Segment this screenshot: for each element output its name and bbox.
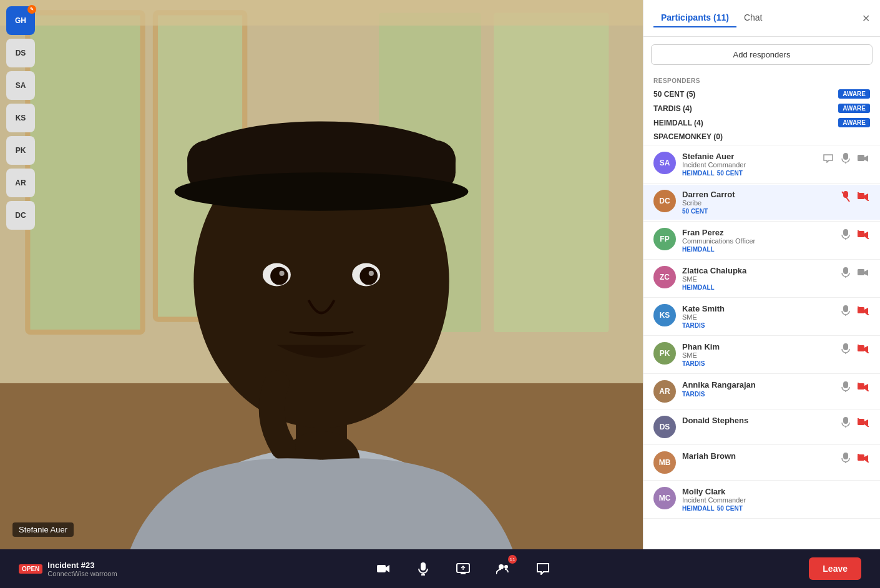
incident-name: Incident #23	[47, 561, 117, 570]
panel-tabs: Participants (11) Chat	[653, 9, 770, 27]
participant-item-stefanie[interactable]: SA Stefanie Auer Incident Commander HEIM…	[643, 147, 880, 182]
participant-item-molly[interactable]: MC Molly Clark Incident Commander HEIMDA…	[643, 482, 880, 517]
responders-section-label: RESPONDERS	[643, 72, 880, 87]
add-responders-button[interactable]: Add responders	[651, 44, 873, 65]
tab-chat[interactable]: Chat	[736, 9, 770, 27]
avatar-ar[interactable]: AR	[6, 169, 35, 197]
participant-item-fran[interactable]: FP Fran Perez Communications Officer HEI…	[643, 223, 880, 258]
participant-avatar-phan: PK	[653, 342, 676, 365]
video-muted-icon	[856, 228, 870, 242]
bottom-left: OPEN Incident #23 ConnectWise warroom	[19, 561, 117, 577]
responder-group[interactable]: TARDIS (4) AWARE	[643, 101, 880, 115]
aware-badge: AWARE	[838, 104, 870, 113]
svg-rect-52	[843, 453, 848, 459]
participant-name: Donald Stephens	[682, 416, 833, 425]
svg-rect-33	[843, 267, 848, 274]
participant-tags: HEIMDALL50 CENT	[682, 170, 815, 177]
participant-name: Stefanie Auer	[682, 152, 815, 161]
svg-rect-22	[843, 153, 848, 160]
participant-item-darren[interactable]: DC Darren Carrot Scribe 50 CENT	[643, 185, 880, 220]
participant-tag: TARDIS	[682, 391, 705, 398]
svg-point-64	[499, 564, 504, 569]
participants-container: SA Stefanie Auer Incident Commander HEIM…	[643, 145, 880, 519]
aware-badge: AWARE	[838, 118, 870, 127]
svg-point-18	[359, 267, 378, 285]
participant-info-donald: Donald Stephens	[682, 416, 833, 425]
svg-rect-8	[0, 0, 643, 26]
mic-button[interactable]	[411, 556, 436, 581]
group-name: TARDIS (4)	[653, 104, 692, 113]
video-muted-icon	[856, 416, 870, 429]
svg-rect-57	[421, 562, 426, 571]
active-badge: ✎	[27, 5, 36, 14]
avatar-dc[interactable]: DC	[6, 201, 35, 230]
participant-tags: 50 CENT	[682, 208, 833, 215]
participant-name: Molly Clark	[682, 487, 864, 496]
participant-tag: 50 CENT	[717, 505, 743, 512]
participant-name: Kate Smith	[682, 304, 833, 313]
participant-role: Communications Officer	[682, 237, 833, 245]
participants-button[interactable]: 11	[491, 556, 516, 581]
participant-avatar-fran: FP	[653, 228, 676, 250]
participant-item-phan[interactable]: PK Phan Kim SME TARDIS	[643, 337, 880, 372]
responder-group[interactable]: 50 CENT (5) AWARE	[643, 87, 880, 101]
avatar-ks[interactable]: KS	[6, 104, 35, 132]
participant-item-kate[interactable]: KS Kate Smith SME TARDIS	[643, 299, 880, 334]
participant-media-icons	[839, 451, 870, 465]
avatar-pk[interactable]: PK	[6, 136, 35, 165]
participant-avatar-darren: DC	[653, 190, 676, 212]
participant-tags: TARDIS	[682, 391, 833, 398]
chat-icon	[536, 562, 550, 575]
participant-role: SME	[682, 313, 833, 321]
participant-media-icons	[839, 380, 870, 394]
participant-info-molly: Molly Clark Incident Commander HEIMDALL5…	[682, 487, 864, 512]
participant-avatar-donald: DS	[653, 416, 676, 438]
participant-avatar-kate: KS	[653, 304, 676, 326]
avatar-ds[interactable]: DS	[6, 39, 35, 67]
video-muted-icon	[856, 380, 870, 394]
camera-button[interactable]	[371, 556, 396, 581]
group-name: SPACEMONKEY (0)	[653, 132, 723, 141]
participant-item-donald[interactable]: DS Donald Stephens	[643, 411, 880, 443]
participant-tag: HEIMDALL	[682, 505, 715, 512]
leave-button[interactable]: Leave	[809, 557, 861, 580]
incident-status-badge: OPEN	[19, 564, 42, 574]
participant-media-icons	[839, 228, 870, 242]
participant-media-icons	[839, 266, 870, 280]
screenshare-button[interactable]	[451, 556, 476, 581]
participant-name: Mariah Brown	[682, 451, 833, 461]
participant-avatar-annika: AR	[653, 380, 676, 403]
participant-info-darren: Darren Carrot Scribe 50 CENT	[682, 190, 833, 215]
tab-participants[interactable]: Participants (11)	[653, 9, 736, 27]
responder-group[interactable]: HEIMDALL (4) AWARE	[643, 115, 880, 130]
participant-avatar-stefanie: SA	[653, 152, 676, 174]
chat-button[interactable]	[530, 556, 555, 581]
svg-rect-1	[27, 12, 142, 332]
svg-point-14	[175, 172, 469, 210]
aware-badge: AWARE	[838, 89, 870, 99]
svg-rect-48	[843, 417, 848, 424]
participant-item-annika[interactable]: AR Annika Rangarajan TARDIS	[643, 375, 880, 408]
video-muted-icon	[856, 190, 870, 203]
participant-item-zlatica[interactable]: ZC Zlatica Chalupka SME HEIMDALL	[643, 261, 880, 296]
avatar-sa[interactable]: SA	[6, 71, 35, 100]
responder-group[interactable]: SPACEMONKEY (0)	[643, 130, 880, 144]
participant-tags: HEIMDALL	[682, 284, 833, 291]
participant-name: Darren Carrot	[682, 190, 833, 199]
participant-media-icons	[839, 190, 870, 203]
svg-point-19	[279, 271, 284, 276]
participant-media-icons	[839, 304, 870, 318]
participant-tags: TARDIS	[682, 322, 833, 329]
participant-info-phan: Phan Kim SME TARDIS	[682, 342, 833, 367]
avatar-gh[interactable]: GH ✎	[6, 6, 35, 35]
participant-info-zlatica: Zlatica Chalupka SME HEIMDALL	[682, 266, 833, 291]
participant-item-mariah[interactable]: MB Mariah Brown	[643, 446, 880, 479]
svg-rect-35	[858, 269, 864, 275]
participant-tag: TARDIS	[682, 360, 705, 367]
participant-info-fran: Fran Perez Communications Officer HEIMDA…	[682, 228, 833, 253]
close-panel-button[interactable]: ✕	[862, 12, 870, 24]
participant-name: Phan Kim	[682, 342, 833, 351]
participant-tags: HEIMDALL	[682, 246, 833, 253]
group-name: 50 CENT (5)	[653, 90, 695, 99]
participant-role: SME	[682, 351, 833, 359]
